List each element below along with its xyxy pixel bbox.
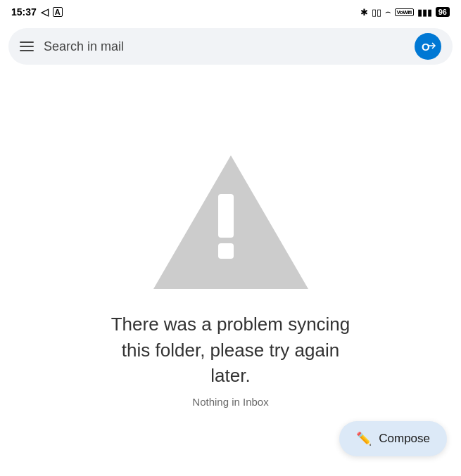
exclamation-body xyxy=(218,194,234,238)
hamburger-menu-button[interactable] xyxy=(20,41,34,51)
wifi-icon: ⌢ xyxy=(385,6,391,18)
compose-button-label: Compose xyxy=(379,432,430,446)
battery-display: 96 xyxy=(436,7,450,17)
vowifi-badge: VoWifi xyxy=(395,8,414,16)
exclamation-dot xyxy=(218,243,234,259)
vibrate-icon: ▯▯ xyxy=(372,7,381,18)
time-display: 15:37 xyxy=(11,6,37,18)
keyboard-icon: A xyxy=(53,7,63,17)
bluetooth-icon: ✱ xyxy=(360,7,368,18)
search-input-label[interactable]: Search in mail xyxy=(44,39,415,54)
main-content-area: There was a problem syncing this folder,… xyxy=(0,65,461,470)
error-title-text: There was a problem syncing this folder,… xyxy=(111,311,351,388)
signal-icon: ▮▮▮ xyxy=(417,7,432,18)
navigation-icon: ◁ xyxy=(41,6,49,18)
search-bar[interactable]: Search in mail O xyxy=(8,28,453,65)
compose-button[interactable]: ✏️ Compose xyxy=(339,421,447,456)
status-icons-area: ✱ ▯▯ ⌢ VoWifi ▮▮▮ 96 xyxy=(360,6,450,18)
outlook-icon: O xyxy=(419,37,437,56)
error-subtitle-text: Nothing in Inbox xyxy=(192,396,268,408)
outlook-avatar-button[interactable]: O xyxy=(415,33,441,60)
warning-triangle-icon xyxy=(153,155,308,289)
status-time-area: 15:37 ◁ A xyxy=(11,6,63,18)
status-bar: 15:37 ◁ A ✱ ▯▯ ⌢ VoWifi ▮▮▮ 96 xyxy=(0,0,461,22)
exclamation-mark xyxy=(218,194,234,259)
svg-text:O: O xyxy=(422,41,430,53)
compose-pencil-icon: ✏️ xyxy=(356,431,372,446)
